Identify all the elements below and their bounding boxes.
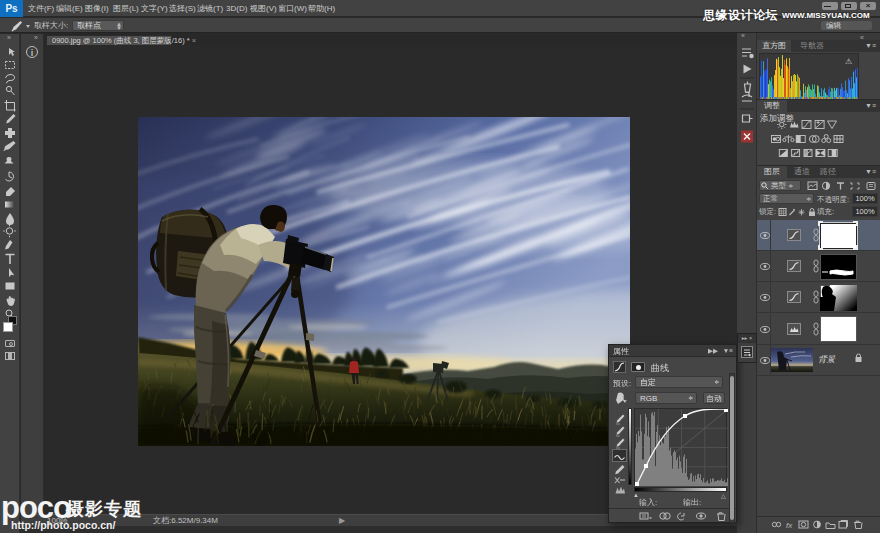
svg-text:fx: fx (786, 521, 793, 530)
